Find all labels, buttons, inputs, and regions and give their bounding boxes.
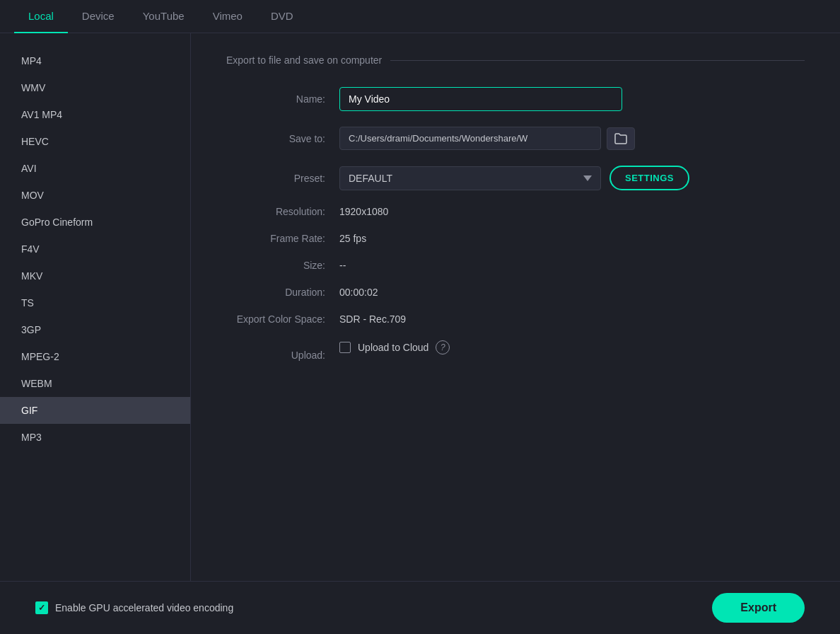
tab-dvd[interactable]: DVD	[257, 0, 308, 33]
framerate-value: 25 fps	[339, 233, 366, 244]
duration-label: Duration:	[226, 287, 339, 298]
upload-label: Upload:	[226, 350, 339, 361]
gpu-label: Enable GPU accelerated video encoding	[55, 602, 233, 613]
colorspace-value: SDR - Rec.709	[339, 313, 406, 325]
upload-cloud-label: Upload to Cloud	[358, 342, 428, 353]
framerate-label: Frame Rate:	[226, 233, 339, 244]
sidebar-item-mp3[interactable]: MP3	[0, 424, 190, 451]
size-value: --	[339, 260, 346, 271]
sidebar-item-avi[interactable]: AVI	[0, 155, 190, 182]
duration-row: Duration: 00:00:02	[226, 287, 805, 298]
main-layout: MP4 WMV AV1 MP4 HEVC AVI MOV GoPro Cinef…	[0, 33, 840, 581]
size-label: Size:	[226, 260, 339, 271]
sidebar-item-ts[interactable]: TS	[0, 289, 190, 316]
tab-local[interactable]: Local	[14, 0, 68, 33]
preset-container: DEFAULT Custom SETTINGS	[339, 166, 689, 190]
gpu-checkbox[interactable]	[35, 601, 48, 614]
upload-container: Upload to Cloud ?	[339, 340, 450, 355]
sidebar-item-f4v[interactable]: F4V	[0, 236, 190, 263]
sidebar-item-mp4[interactable]: MP4	[0, 47, 190, 74]
sidebar-item-av1mp4[interactable]: AV1 MP4	[0, 101, 190, 128]
sidebar-item-gif[interactable]: GIF	[0, 397, 190, 424]
saveto-row: Save to: C:/Users/drami/Documents/Wonder…	[226, 127, 805, 150]
resolution-label: Resolution:	[226, 206, 339, 217]
browse-folder-button[interactable]	[607, 127, 635, 150]
upload-row: Upload: Upload to Cloud ?	[226, 340, 805, 370]
sidebar: MP4 WMV AV1 MP4 HEVC AVI MOV GoPro Cinef…	[0, 33, 191, 581]
help-icon[interactable]: ?	[436, 340, 450, 355]
sidebar-item-mkv[interactable]: MKV	[0, 263, 190, 289]
tab-vimeo[interactable]: Vimeo	[199, 0, 257, 33]
name-label: Name:	[226, 93, 339, 105]
sidebar-item-wmv[interactable]: WMV	[0, 74, 190, 101]
resolution-row: Resolution: 1920x1080	[226, 206, 805, 217]
colorspace-label: Export Color Space:	[226, 313, 339, 325]
sidebar-item-gopro[interactable]: GoPro Cineform	[0, 209, 190, 236]
saveto-label: Save to:	[226, 133, 339, 144]
sidebar-item-3gp[interactable]: 3GP	[0, 316, 190, 343]
colorspace-row: Export Color Space: SDR - Rec.709	[226, 313, 805, 325]
name-input[interactable]	[339, 87, 622, 111]
tab-youtube[interactable]: YouTube	[129, 0, 199, 33]
saveto-container: C:/Users/drami/Documents/Wondershare/W	[339, 127, 635, 150]
upload-cloud-checkbox[interactable]	[339, 342, 351, 353]
framerate-row: Frame Rate: 25 fps	[226, 233, 805, 244]
tab-device[interactable]: Device	[68, 0, 129, 33]
sidebar-item-webm[interactable]: WEBM	[0, 370, 190, 397]
bottom-bar: Enable GPU accelerated video encoding Ex…	[0, 581, 840, 634]
export-button[interactable]: Export	[712, 593, 805, 623]
preset-label: Preset:	[226, 173, 339, 184]
preset-row: Preset: DEFAULT Custom SETTINGS	[226, 166, 805, 190]
sidebar-item-mov[interactable]: MOV	[0, 182, 190, 209]
content-area: Export to file and save on computer Name…	[191, 33, 840, 581]
section-title: Export to file and save on computer	[226, 54, 805, 66]
preset-select[interactable]: DEFAULT Custom	[339, 166, 601, 190]
size-row: Size: --	[226, 260, 805, 271]
resolution-value: 1920x1080	[339, 206, 388, 217]
settings-button[interactable]: SETTINGS	[609, 166, 689, 190]
sidebar-item-hevc[interactable]: HEVC	[0, 128, 190, 155]
sidebar-item-mpeg2[interactable]: MPEG-2	[0, 343, 190, 370]
folder-icon	[614, 133, 627, 144]
gpu-row: Enable GPU accelerated video encoding	[35, 601, 233, 614]
name-row: Name:	[226, 87, 805, 111]
duration-value: 00:00:02	[339, 287, 378, 298]
saveto-path: C:/Users/drami/Documents/Wondershare/W	[339, 127, 601, 150]
top-nav: Local Device YouTube Vimeo DVD	[0, 0, 840, 33]
